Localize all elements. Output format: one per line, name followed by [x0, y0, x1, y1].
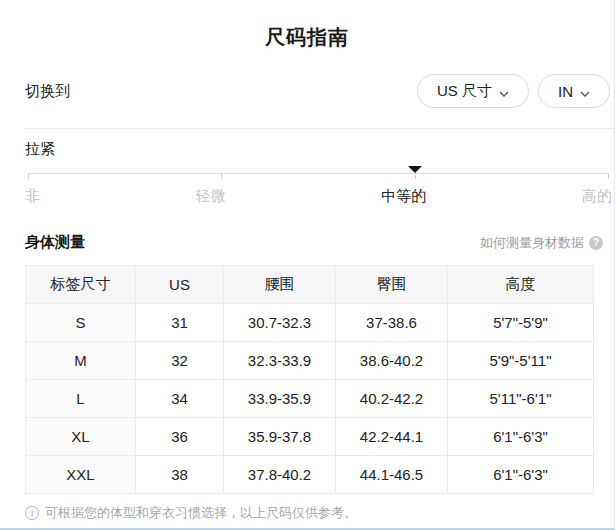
page-title: 尺码指南	[0, 24, 614, 51]
size-standard-dropdown[interactable]: US 尺寸	[417, 74, 529, 108]
cell-height: 6'1"-6'3"	[448, 456, 594, 494]
size-table: 标签尺寸 US 腰围 臀围 高度 S 31 30.7-32.3 37-38.6 …	[25, 265, 594, 494]
table-row: S 31 30.7-32.3 37-38.6 5'7"-5'9"	[26, 304, 594, 342]
cell-size: L	[26, 380, 136, 418]
measure-section-header: 身体测量 如何测量身材数据 ?	[25, 233, 603, 252]
cell-us: 34	[136, 380, 224, 418]
chevron-down-icon	[580, 83, 590, 100]
unit-dropdown[interactable]: IN	[538, 74, 610, 108]
table-row: M 32 32.3-33.9 38.6-40.2 5'9"-5'11"	[26, 342, 594, 380]
cell-hip: 42.2-44.1	[336, 418, 448, 456]
how-to-measure-label: 如何测量身材数据	[480, 234, 584, 252]
fit-scale	[28, 166, 608, 180]
unit-value: IN	[558, 83, 573, 100]
cell-hip: 44.1-46.5	[336, 456, 448, 494]
table-row: XL 36 35.9-37.8 42.2-44.1 6'1"-6'3"	[26, 418, 594, 456]
fit-section-label: 拉紧	[25, 140, 55, 159]
chevron-down-icon	[499, 83, 509, 100]
cell-height: 5'11"-6'1"	[448, 380, 594, 418]
fit-option-high: 高的	[582, 187, 612, 207]
cell-us: 32	[136, 342, 224, 380]
fit-scale-tick	[415, 173, 416, 179]
cell-height: 5'7"-5'9"	[448, 304, 594, 342]
fit-marker-triangle-icon	[408, 166, 422, 173]
cell-height: 6'1"-6'3"	[448, 418, 594, 456]
fit-scale-tick	[608, 173, 609, 179]
cell-waist: 35.9-37.8	[224, 418, 336, 456]
table-row: XXL 38 37.8-40.2 44.1-46.5 6'1"-6'3"	[26, 456, 594, 494]
cell-hip: 40.2-42.2	[336, 380, 448, 418]
cell-waist: 32.3-33.9	[224, 342, 336, 380]
cell-size: XL	[26, 418, 136, 456]
question-circle-icon[interactable]: ?	[589, 236, 603, 250]
fit-scale-tick	[28, 173, 29, 179]
cell-hip: 38.6-40.2	[336, 342, 448, 380]
fit-option-medium: 中等的	[381, 187, 426, 207]
unit-buttons: US 尺寸 IN	[417, 74, 610, 108]
col-header-label-size: 标签尺寸	[26, 266, 136, 304]
section-divider	[25, 128, 614, 129]
fit-scale-track	[28, 173, 608, 174]
size-standard-value: US 尺寸	[437, 82, 492, 101]
cell-hip: 37-38.6	[336, 304, 448, 342]
table-row: L 34 33.9-35.9 40.2-42.2 5'11"-6'1"	[26, 380, 594, 418]
disclaimer-note: i 可根据您的体型和穿衣习惯选择，以上尺码仅供参考。	[25, 504, 604, 522]
cell-us: 31	[136, 304, 224, 342]
cell-waist: 30.7-32.3	[224, 304, 336, 342]
fit-options: 非 轻微 中等的 高的	[25, 187, 612, 207]
cell-waist: 33.9-35.9	[224, 380, 336, 418]
unit-switch-row: 切换到 US 尺寸 IN	[25, 74, 610, 108]
info-circle-icon: i	[25, 506, 39, 520]
cell-us: 36	[136, 418, 224, 456]
col-header-waist: 腰围	[224, 266, 336, 304]
table-header-row: 标签尺寸 US 腰围 臀围 高度	[26, 266, 594, 304]
how-to-measure-link[interactable]: 如何测量身材数据 ?	[480, 234, 603, 252]
measure-title: 身体测量	[25, 233, 85, 252]
cell-size: S	[26, 304, 136, 342]
fit-option-none: 非	[25, 187, 40, 207]
cell-waist: 37.8-40.2	[224, 456, 336, 494]
col-header-hip: 臀围	[336, 266, 448, 304]
cell-size: M	[26, 342, 136, 380]
disclaimer-text: 可根据您的体型和穿衣习惯选择，以上尺码仅供参考。	[45, 504, 357, 522]
col-header-us: US	[136, 266, 224, 304]
fit-scale-tick	[221, 173, 222, 179]
switch-to-label: 切换到	[25, 82, 70, 101]
size-guide-panel: 尺码指南 切换到 US 尺寸 IN 拉紧 非	[0, 0, 615, 530]
col-header-height: 高度	[448, 266, 594, 304]
cell-height: 5'9"-5'11"	[448, 342, 594, 380]
fit-option-slight: 轻微	[196, 187, 226, 207]
cell-us: 38	[136, 456, 224, 494]
cell-size: XXL	[26, 456, 136, 494]
